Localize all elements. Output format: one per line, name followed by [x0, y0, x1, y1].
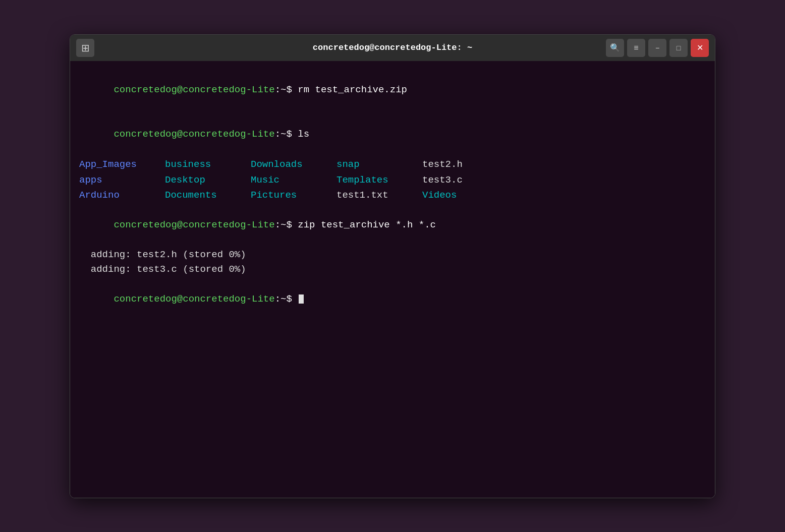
ls-item-6: Desktop: [165, 172, 251, 188]
prompt-1: concretedog@concretedog-Lite: [114, 84, 274, 95]
ls-item-0: App_Images: [79, 157, 165, 172]
ls-item-11: Documents: [165, 188, 251, 203]
ls-output: App_Images business Downloads snap test2…: [79, 157, 706, 203]
titlebar: ⊞ concretedog@concretedog-Lite: ~ 🔍 ≡ − …: [70, 35, 715, 61]
prompt-tilde-2: :~$: [275, 129, 292, 140]
ls-item-3: snap: [337, 157, 422, 172]
ls-item-7: Music: [251, 172, 337, 188]
cmd-2: ls: [292, 129, 309, 140]
prompt-tilde-1: :~$: [275, 84, 292, 95]
new-tab-icon: ⊞: [81, 42, 90, 54]
maximize-icon: □: [677, 44, 681, 52]
zip-output-1: adding: test2.h (stored 0%): [79, 248, 706, 262]
terminal-line-1: concretedog@concretedog-Lite:~$ rm test_…: [79, 68, 706, 112]
terminal-line-2: concretedog@concretedog-Lite:~$ ls: [79, 112, 706, 157]
prompt-tilde-final: :~$: [275, 293, 292, 305]
ls-item-13: test1.txt: [337, 188, 422, 203]
ls-item-14: Videos: [422, 188, 503, 203]
prompt-3: concretedog@concretedog-Lite: [114, 219, 274, 230]
ls-item-4: test2.h: [422, 157, 503, 172]
window-title: concretedog@concretedog-Lite: ~: [313, 43, 472, 52]
close-button[interactable]: ✕: [691, 39, 709, 57]
titlebar-controls: 🔍 ≡ − □ ✕: [606, 39, 709, 57]
maximize-button[interactable]: □: [669, 39, 688, 57]
ls-item-12: Pictures: [251, 188, 337, 203]
search-button[interactable]: 🔍: [606, 39, 624, 57]
ls-item-10: Arduino: [79, 188, 165, 203]
cursor-area[interactable]: [292, 293, 304, 305]
title-text: concretedog@concretedog-Lite: ~: [313, 43, 472, 52]
prompt-2: concretedog@concretedog-Lite: [114, 129, 274, 140]
titlebar-left: ⊞: [76, 39, 94, 57]
close-icon: ✕: [697, 43, 703, 52]
prompt-tilde-3: :~$: [275, 219, 292, 230]
ls-item-2: Downloads: [251, 157, 337, 172]
hamburger-icon: ≡: [634, 43, 638, 52]
terminal-cursor: [299, 294, 304, 304]
zip-output-2: adding: test3.c (stored 0%): [79, 262, 706, 277]
prompt-final: concretedog@concretedog-Lite: [114, 293, 274, 305]
ls-item-1: business: [165, 157, 251, 172]
ls-item-5: apps: [79, 172, 165, 188]
minimize-button[interactable]: −: [648, 39, 666, 57]
ls-item-9: test3.c: [422, 172, 503, 188]
terminal-line-3: concretedog@concretedog-Lite:~$ zip test…: [79, 203, 706, 247]
ls-item-8: Templates: [337, 172, 422, 188]
terminal-window: ⊞ concretedog@concretedog-Lite: ~ 🔍 ≡ − …: [70, 34, 715, 498]
menu-button[interactable]: ≡: [627, 39, 645, 57]
terminal-line-final[interactable]: concretedog@concretedog-Lite:~$: [79, 277, 706, 321]
terminal-body[interactable]: concretedog@concretedog-Lite:~$ rm test_…: [70, 61, 715, 498]
search-icon: 🔍: [610, 43, 620, 52]
minimize-icon: −: [655, 44, 659, 52]
cmd-1: rm test_archive.zip: [292, 84, 407, 95]
cmd-3: zip test_archive *.h *.c: [292, 219, 436, 230]
new-tab-button[interactable]: ⊞: [76, 39, 94, 57]
